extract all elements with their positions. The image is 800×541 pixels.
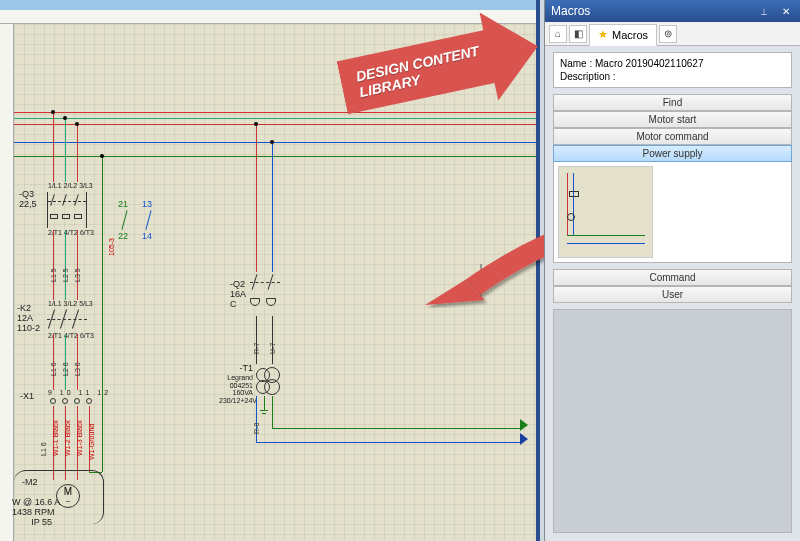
aux-14: 14 [142, 232, 152, 242]
section-motor-command[interactable]: Motor command [553, 128, 792, 145]
arrow-out-icon [520, 433, 528, 445]
node [75, 122, 79, 126]
wire [256, 396, 257, 442]
wire [53, 230, 54, 300]
wire [53, 112, 54, 182]
wire [272, 316, 273, 364]
section-power-supply[interactable]: Power supply [553, 145, 792, 162]
ruler-vertical [0, 24, 14, 541]
x1-ref: -X1 [20, 392, 34, 402]
pe-drop [102, 156, 103, 472]
t1-symbol-sec [256, 380, 270, 394]
wiretag: L1 6 [50, 362, 57, 376]
section-motor-start[interactable]: Motor start [553, 111, 792, 128]
aux-contact-no [145, 210, 151, 230]
cable-tag: L1 6 [40, 442, 47, 456]
wire [264, 396, 265, 410]
wiretag: L3 5 [74, 268, 81, 282]
t1-label: -T1 Legrand 004251 160VA 230/12+24V [219, 364, 253, 405]
cable-core: W1-3 Black [76, 420, 83, 456]
schematic-workspace[interactable]: -Q3 22,5 1/L1 2/L2 3/L3 2/T1 4/T2 6/T3 2… [0, 0, 540, 541]
bus-l1 [14, 112, 536, 113]
wiretag: L1 5 [50, 268, 57, 282]
tab-settings-icon[interactable]: ⊚ [659, 25, 677, 43]
q3-term-bot: 2/T1 4/T2 6/T3 [48, 229, 94, 237]
wire [256, 442, 522, 443]
k2-term-top: 1/L1 3/L2 5/L3 [48, 300, 93, 308]
aux-22: 22 [118, 232, 128, 242]
motor-ref: -M2 [22, 478, 38, 488]
aux-xref: 105-3 [108, 238, 115, 256]
cable-core: W1-Ground [88, 424, 95, 460]
wire [77, 124, 78, 182]
k2-symbol[interactable] [47, 309, 87, 331]
node [100, 154, 104, 158]
section-command[interactable]: Command [553, 269, 792, 286]
aux-contact-nc [121, 210, 127, 230]
cable-core: W1-2 Black [64, 420, 71, 456]
tab-macros[interactable]: ★ Macros [589, 24, 657, 46]
wiretag: L2 5 [62, 268, 69, 282]
schematic-canvas[interactable]: -Q3 22,5 1/L1 2/L2 3/L3 2/T1 4/T2 6/T3 2… [14, 24, 536, 541]
q3-label: -Q3 22,5 [19, 190, 37, 210]
k2-label: -K2 12A 110-2 [17, 304, 40, 334]
panel-tabstrip: ⌂ ◧ ★ Macros ⊚ [545, 22, 800, 46]
q2-label: -Q2 16A C [230, 280, 246, 310]
star-icon: ★ [598, 28, 608, 41]
macros-panel: Macros ⟂ ✕ ⌂ ◧ ★ Macros ⊚ Name : Macro 2… [544, 0, 800, 541]
panel-title: Macros [551, 4, 590, 18]
gnd-bar [262, 413, 266, 414]
k2-term-bot: 2/T1 4/T2 6/T3 [48, 332, 94, 340]
motor-specs: W @ 16.6 A 1438 RPM IP 55 [12, 498, 52, 528]
panel-titlebar[interactable]: Macros ⟂ ✕ [545, 0, 800, 22]
node [51, 110, 55, 114]
wiretag: R-8 [253, 423, 260, 434]
tab-book-icon[interactable]: ◧ [569, 25, 587, 43]
q3-symbol[interactable] [47, 192, 87, 228]
section-power-supply-body [553, 162, 792, 263]
aux-21: 21 [118, 200, 128, 210]
tab-home-icon[interactable]: ⌂ [549, 25, 567, 43]
bus-n [14, 142, 536, 143]
wire [77, 230, 78, 300]
macro-info: Name : Macro 20190402110627 Description … [553, 52, 792, 88]
gnd-bar [260, 410, 268, 411]
wire [256, 124, 257, 272]
x1-terminals[interactable] [50, 398, 92, 404]
wire [272, 142, 273, 272]
node [63, 116, 67, 120]
bus-pe [14, 156, 536, 157]
motor-tilde: ~ [66, 497, 71, 506]
ruler-horizontal [0, 10, 536, 24]
pin-icon[interactable]: ⟂ [756, 4, 772, 18]
macro-accordion: Find Motor start Motor command Power sup… [553, 94, 792, 303]
wire [272, 428, 522, 429]
macro-thumbnail[interactable] [558, 166, 653, 258]
wire [65, 230, 66, 300]
wiretag: R-7 [253, 343, 260, 354]
node [254, 122, 258, 126]
bus-l3 [14, 124, 536, 125]
panel-empty-area [553, 309, 792, 533]
wiretag: L3 6 [74, 362, 81, 376]
close-icon[interactable]: ✕ [778, 4, 794, 18]
section-find[interactable]: Find [553, 94, 792, 111]
cable-core: W1-1 Black [52, 420, 59, 456]
section-user[interactable]: User [553, 286, 792, 303]
wiretag: L2 6 [62, 362, 69, 376]
node [270, 140, 274, 144]
wire [65, 118, 66, 182]
wire [256, 316, 257, 364]
wire [272, 396, 273, 428]
tab-label: Macros [612, 29, 648, 41]
q2-symbol[interactable] [250, 274, 280, 316]
arrow-out-icon [520, 419, 528, 431]
bus-l2 [14, 118, 536, 119]
crosshair-cursor-icon [464, 264, 498, 298]
q3-term-top: 1/L1 2/L2 3/L3 [48, 182, 93, 190]
wiretag: U-7 [269, 343, 276, 354]
motor-letter: M [64, 486, 72, 497]
aux-13: 13 [142, 200, 152, 210]
